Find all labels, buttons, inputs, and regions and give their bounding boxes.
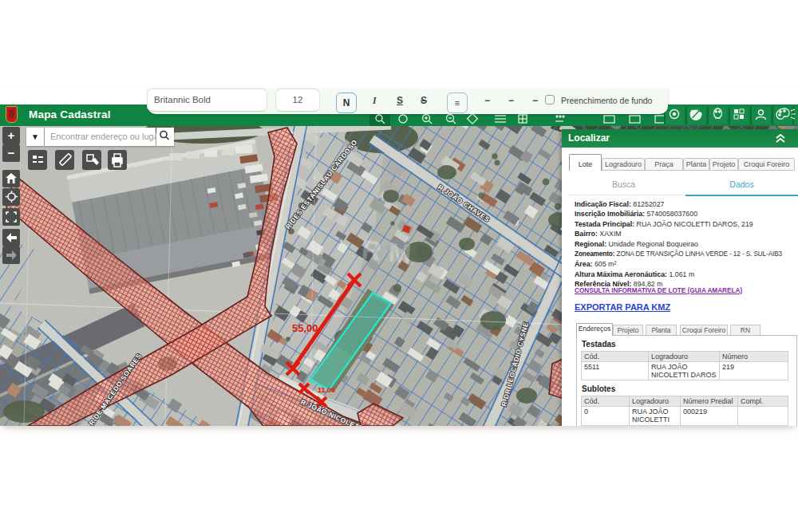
svg-text:55,00: 55,00 [292, 322, 318, 334]
svg-text:11,00: 11,00 [318, 386, 335, 394]
svg-text:R M: R M [360, 234, 413, 269]
